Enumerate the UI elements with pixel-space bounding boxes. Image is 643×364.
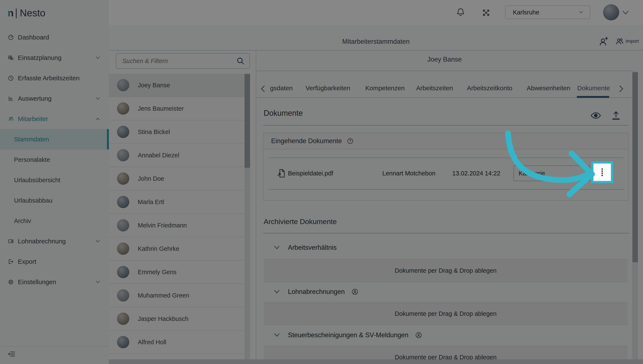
content-scrollbar-thumb[interactable] <box>632 72 638 262</box>
sidebar-item-auswertung[interactable]: Auswertung <box>0 88 109 109</box>
employee-name: Jasper Hackbusch <box>138 315 189 322</box>
documents-section-title: Dokumente <box>264 109 303 118</box>
employee-list: Joey Banse Jens Baumeister Stina Bickel … <box>109 74 250 359</box>
add-employee-icon[interactable] <box>598 35 609 47</box>
sidebar-subitem-label: Archiv <box>14 218 31 224</box>
sidebar-subitem-stammdaten[interactable]: Stammdaten <box>0 129 109 150</box>
sidebar-item-label: Mitarbeiter <box>18 115 48 122</box>
archive-section-steuerbescheinigungen[interactable]: Steuerbescheinigungen & SV-Meldungen <box>274 331 422 339</box>
employee-row-partial[interactable] <box>109 354 250 359</box>
employee-avatar <box>117 196 129 208</box>
chevron-down-icon[interactable] <box>274 245 280 250</box>
help-circle-icon[interactable] <box>347 138 354 144</box>
archive-section-label: Steuerbescheinigungen & SV-Meldungen <box>288 331 408 339</box>
import-button-label: Import <box>625 38 639 44</box>
sidebar-subitem-urlaubsuebersicht[interactable]: Urlaubsübersicht <box>0 170 109 190</box>
search-filter-field[interactable] <box>116 53 250 69</box>
archive-section-label: Arbeitsverhältnis <box>288 244 337 252</box>
active-tab-underline <box>577 96 609 98</box>
bottom-scroll-strip <box>109 359 643 364</box>
dropzone-arbeitsverhaeltnis[interactable]: Dokumente per Drag & Drop ablegen <box>264 259 628 282</box>
file-upload-date: 13.02.2024 14:22 <box>452 170 500 177</box>
user-avatar[interactable] <box>603 4 619 20</box>
restricted-person-icon <box>415 331 422 339</box>
tab-verfuegbarkeiten[interactable]: Verfügbarkeiten <box>306 84 350 92</box>
employee-row[interactable]: Alfred Holl <box>109 331 250 354</box>
employee-list-scrollbar-thumb[interactable] <box>245 74 250 168</box>
chevron-down-icon[interactable] <box>274 290 280 294</box>
archive-section-lohnabrechnungen[interactable]: Lohnabrechnungen <box>274 288 359 296</box>
employee-row[interactable]: Jens Baumeister <box>109 97 250 120</box>
tab-abwesenheiten[interactable]: Abwesenheiten <box>527 84 570 92</box>
employee-name: Annabel Diezel <box>138 152 179 159</box>
sidebar-item-lohnabrechnung[interactable]: Lohnabrechnung <box>0 231 109 252</box>
category-select-value: Kategorie <box>519 170 545 177</box>
tab-arbeitszeitkonto[interactable]: Arbeitszeitkonto <box>467 84 512 92</box>
employee-row[interactable]: John Doe <box>109 167 250 190</box>
tab-kompetenzen[interactable]: Kompetenzen <box>365 84 405 92</box>
archive-section-label: Lohnabrechnungen <box>288 288 345 296</box>
archive-section-arbeitsverhaeltnis[interactable]: Arbeitsverhältnis <box>274 244 337 252</box>
sidebar-subitem-archiv[interactable]: Archiv <box>0 211 109 231</box>
fullscreen-expand-icon[interactable] <box>481 8 491 18</box>
sidebar-item-einstellungen[interactable]: Einstellungen <box>0 272 109 292</box>
sidebar-item-mitarbeiter[interactable]: Mitarbeiter <box>0 109 109 129</box>
dropzone-lohnabrechnungen[interactable]: Dokumente per Drag & Drop ablegen <box>264 302 628 325</box>
collapse-sidebar-icon[interactable] <box>7 350 16 358</box>
sidebar-item-dashboard[interactable]: Dashboard <box>0 27 109 48</box>
employee-row[interactable]: Emmely Gens <box>109 260 250 284</box>
employee-avatar <box>117 336 129 348</box>
employee-row[interactable]: Stina Bickel <box>109 120 250 144</box>
employee-row[interactable]: Muhammed Green <box>109 284 250 307</box>
sidebar-item-label: Auswertung <box>18 95 52 102</box>
tabs-scroll-right-icon[interactable] <box>618 85 624 92</box>
topbar: Karlsruhe <box>109 0 643 25</box>
import-button[interactable]: Import <box>614 36 639 46</box>
chevron-down-icon <box>95 56 100 60</box>
employee-row[interactable]: Marla Ertl <box>109 190 250 214</box>
file-uploaded-by: Lennart Motchebon <box>382 170 436 177</box>
archived-heading-divider <box>263 233 629 234</box>
employee-row-selected[interactable]: Joey Banse <box>109 74 250 97</box>
preview-eye-icon[interactable] <box>590 111 601 120</box>
location-select[interactable]: Karlsruhe <box>505 6 590 19</box>
employee-row[interactable]: Kathrin Gehrke <box>109 237 250 260</box>
tab-arbeitszeiten[interactable]: Arbeitszeiten <box>416 84 453 92</box>
chevron-down-icon <box>95 280 100 284</box>
tabs-scroll-left-icon[interactable] <box>260 85 266 92</box>
employee-avatar <box>117 289 129 302</box>
notifications-bell-icon[interactable] <box>456 7 466 18</box>
chevron-down-icon <box>95 240 100 243</box>
sidebar-item-erfasste-arbeitszeiten[interactable]: Erfasste Arbeitszeiten <box>0 68 109 88</box>
employee-avatar <box>117 126 129 138</box>
sidebar-subitem-label: Personalakte <box>14 156 50 163</box>
user-menu-chevron-icon[interactable] <box>622 10 629 15</box>
tab-dokumente-active[interactable]: Dokumente <box>577 84 610 92</box>
incoming-documents-header: Eingehende Dokumente <box>264 133 628 149</box>
sidebar-item-export[interactable]: Export <box>0 252 109 272</box>
chevron-down-icon[interactable] <box>274 333 280 338</box>
sidebar-item-label: Einstellungen <box>18 278 56 286</box>
search-input[interactable] <box>122 57 236 65</box>
employee-avatar <box>117 242 129 255</box>
file-row-top-border <box>268 158 623 158</box>
category-select[interactable]: Kategorie <box>514 166 590 181</box>
employee-row[interactable]: Jasper Hackbusch <box>109 307 250 331</box>
chevron-down-icon <box>95 97 100 100</box>
employee-name: Stina Bickel <box>138 128 170 136</box>
sidebar-subitem-label: Stammdaten <box>14 136 49 143</box>
sidebar-subitem-urlaubsabbau[interactable]: Urlaubsabbau <box>0 190 109 211</box>
sidebar-item-label: Export <box>18 258 36 265</box>
employee-row[interactable]: Annabel Diezel <box>109 144 250 167</box>
people-icon <box>8 116 14 122</box>
sidebar-subitem-personalakte[interactable]: Personalakte <box>0 150 109 170</box>
file-name[interactable]: Beispieldatei.pdf <box>288 170 333 177</box>
sidebar-item-einsatzplanung[interactable]: Einsatzplanung <box>0 48 109 68</box>
upload-icon[interactable] <box>611 109 621 122</box>
employee-avatar <box>117 266 129 278</box>
sidebar-nav: Dashboard Einsatzplanung Erfasste Arbeit… <box>0 27 109 292</box>
employee-row[interactable]: Melvin Friedmann <box>109 214 250 237</box>
import-people-icon <box>614 36 624 46</box>
tab-vertragsdaten-cut[interactable]: gsdaten <box>270 84 293 92</box>
wallet-icon <box>8 238 14 244</box>
